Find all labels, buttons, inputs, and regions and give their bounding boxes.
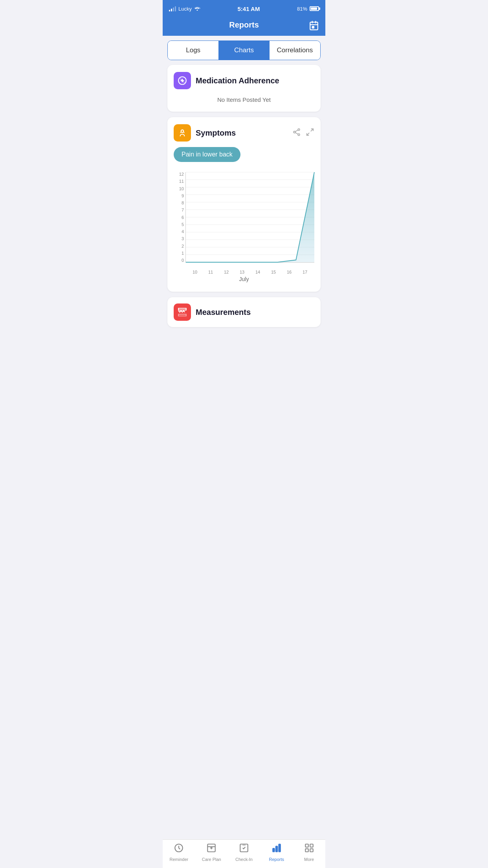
calendar-button[interactable] <box>309 20 319 33</box>
tab-correlations[interactable]: Correlations <box>270 41 320 60</box>
svg-line-12 <box>311 129 313 131</box>
symptom-tag[interactable]: Pain in lower back <box>174 147 240 162</box>
chart-x-labels: 10 11 12 13 14 15 16 17 <box>185 265 314 274</box>
medication-adherence-header: Medication Adherence <box>174 72 314 89</box>
symptoms-header: Symptoms <box>174 124 314 142</box>
status-bar: Lucky 5:41 AM 81% <box>163 0 325 17</box>
svg-line-11 <box>295 132 298 134</box>
medication-icon <box>174 72 191 89</box>
content-area: Medication Adherence No Items Posted Yet… <box>163 65 325 364</box>
tab-logs[interactable]: Logs <box>168 41 218 60</box>
wifi-icon <box>194 6 200 12</box>
chart-y-axis: 0 1 2 3 4 5 6 7 8 9 10 11 12 <box>174 172 185 263</box>
battery-percent: 81% <box>297 6 307 12</box>
symptoms-title-area: Symptoms <box>174 124 236 142</box>
svg-rect-0 <box>310 22 318 30</box>
battery-icon <box>310 6 319 11</box>
page-title: Reports <box>229 20 259 29</box>
chart-month-label: July <box>174 276 314 285</box>
svg-line-10 <box>295 130 298 131</box>
svg-point-6 <box>181 130 184 132</box>
svg-point-7 <box>298 129 300 131</box>
status-right: 81% <box>297 6 319 12</box>
svg-point-8 <box>294 131 295 133</box>
measurements-title: Measurements <box>196 308 251 317</box>
share-icon[interactable] <box>292 128 301 138</box>
chart-svg-area <box>185 172 314 263</box>
medication-title: Medication Adherence <box>196 76 279 85</box>
svg-point-9 <box>298 134 300 136</box>
tab-charts[interactable]: Charts <box>218 41 269 60</box>
symptoms-actions <box>292 128 314 138</box>
symptoms-card: Symptoms <box>167 117 321 292</box>
symptoms-chart: 0 1 2 3 4 5 6 7 8 9 10 11 12 <box>174 172 314 274</box>
medication-subtitle: No Items Posted Yet <box>174 93 314 105</box>
measurements-icon <box>174 303 191 321</box>
status-time: 5:41 AM <box>237 6 260 12</box>
tab-bar: Logs Charts Correlations <box>167 40 321 60</box>
app-header: Reports <box>163 17 325 36</box>
symptoms-icon <box>174 124 191 142</box>
measurements-card: Measurements <box>167 297 321 327</box>
symptoms-title: Symptoms <box>196 129 236 138</box>
expand-icon[interactable] <box>306 128 314 138</box>
svg-line-13 <box>307 132 309 135</box>
carrier-name: Lucky <box>178 6 192 12</box>
status-left: Lucky <box>169 6 200 12</box>
medication-adherence-card: Medication Adherence No Items Posted Yet <box>167 65 321 112</box>
chart-svg <box>186 172 314 262</box>
signal-icon <box>169 6 176 11</box>
svg-rect-4 <box>312 26 314 28</box>
